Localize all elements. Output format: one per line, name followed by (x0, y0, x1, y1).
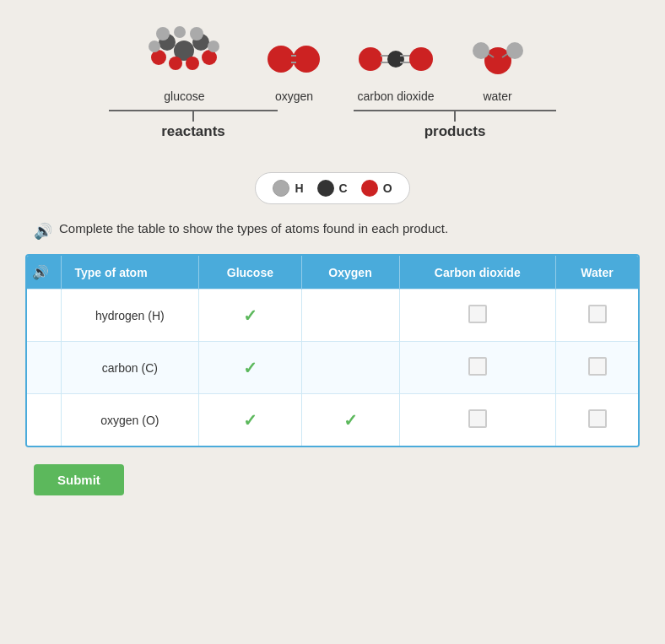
th-speaker: 🔊 (27, 256, 61, 290)
hydrogen-water-cell (556, 290, 638, 342)
row-spacer (27, 290, 61, 342)
submit-button[interactable]: Submit (34, 464, 124, 495)
legend-o-label: O (383, 181, 392, 195)
h-dot (273, 180, 289, 197)
atoms-table: 🔊 Type of atom Glucose Oxygen Carbon dio… (27, 256, 638, 446)
svg-point-4 (169, 57, 182, 70)
legend-c: C (317, 180, 348, 197)
co2-label: carbon dioxide (357, 89, 434, 103)
checkbox-hydrogen-co2[interactable] (468, 305, 487, 323)
molecule-glucose: glucose (138, 17, 230, 103)
svg-point-16 (359, 47, 382, 71)
oxygen-co2-cell (399, 394, 555, 446)
oxygen-water-cell (556, 394, 638, 446)
speaker-icon-table[interactable]: 🔊 (32, 265, 49, 279)
th-carbon-dioxide: Carbon dioxide (399, 256, 555, 290)
checkbox-hydrogen-water[interactable] (588, 305, 607, 323)
carbon-water-cell (556, 342, 638, 394)
water-label: water (483, 89, 511, 103)
molecules-section: glucose oxygen carbo (25, 17, 640, 145)
svg-point-10 (208, 41, 219, 52)
oxygen-label: oxygen (275, 89, 313, 103)
svg-point-24 (473, 42, 489, 59)
legend-o: O (361, 180, 392, 197)
carbon-oxygen-cell (301, 342, 399, 394)
carbon-co2-cell (399, 342, 555, 394)
check-carbon-glucose: ✓ (243, 359, 257, 377)
legend-h-label: H (295, 181, 303, 195)
th-glucose: Glucose (199, 256, 301, 290)
hydrogen-oxygen-cell (301, 290, 399, 342)
c-dot (317, 180, 334, 197)
svg-point-22 (409, 47, 433, 71)
table-row: carbon (C) ✓ (27, 342, 638, 394)
legend: H C O (255, 172, 409, 204)
oxygen-oxygen-cell: ✓ (301, 394, 399, 446)
row-spacer (27, 394, 61, 446)
row-spacer (27, 342, 61, 394)
svg-point-7 (156, 27, 170, 41)
reactants-label: reactants (161, 123, 225, 140)
glucose-label: glucose (164, 89, 204, 103)
svg-point-19 (387, 51, 404, 68)
svg-point-11 (149, 41, 160, 52)
oxygen-glucose-cell: ✓ (199, 394, 301, 446)
atom-type-oxygen: oxygen (O) (61, 394, 199, 446)
svg-point-5 (186, 57, 199, 70)
svg-point-12 (268, 46, 295, 73)
th-type: Type of atom (61, 256, 199, 290)
table-row: oxygen (O) ✓ ✓ (27, 394, 638, 446)
hydrogen-glucose-cell: ✓ (199, 290, 301, 342)
instruction-text: Complete the table to show the types of … (59, 221, 448, 235)
hydrogen-co2-cell (399, 290, 555, 342)
molecules-row: glucose oxygen carbo (25, 17, 640, 103)
checkbox-oxygen-water[interactable] (588, 409, 607, 428)
atom-type-carbon: carbon (C) (61, 342, 199, 394)
products-label: products (424, 123, 486, 140)
th-oxygen: Oxygen (301, 256, 399, 290)
molecule-co2: carbon dioxide (357, 34, 434, 103)
svg-point-9 (190, 27, 203, 41)
checkbox-oxygen-co2[interactable] (468, 409, 487, 428)
molecule-water: water (468, 34, 527, 103)
svg-point-8 (174, 26, 186, 38)
table-wrapper: 🔊 Type of atom Glucose Oxygen Carbon dio… (25, 254, 640, 447)
th-water: Water (556, 256, 638, 290)
carbon-glucose-cell: ✓ (199, 342, 301, 394)
atom-type-hydrogen: hydrogen (H) (61, 290, 199, 342)
table-row: hydrogen (H) ✓ (27, 290, 638, 342)
check-hydrogen-glucose: ✓ (243, 306, 257, 325)
molecule-oxygen: oxygen (264, 34, 323, 103)
speaker-icon-instruction[interactable]: 🔊 (34, 222, 52, 241)
legend-h: H (273, 180, 303, 197)
o-dot (361, 180, 378, 197)
check-oxygen-oxygen: ✓ (343, 411, 358, 430)
checkbox-carbon-water[interactable] (588, 357, 607, 376)
table-header-row: 🔊 Type of atom Glucose Oxygen Carbon dio… (27, 256, 638, 290)
svg-point-13 (293, 46, 320, 73)
svg-point-25 (506, 42, 523, 59)
instruction-row: 🔊 Complete the table to show the types o… (25, 221, 640, 241)
legend-c-label: C (339, 181, 348, 195)
checkbox-carbon-co2[interactable] (468, 357, 487, 376)
check-oxygen-glucose: ✓ (243, 411, 257, 430)
